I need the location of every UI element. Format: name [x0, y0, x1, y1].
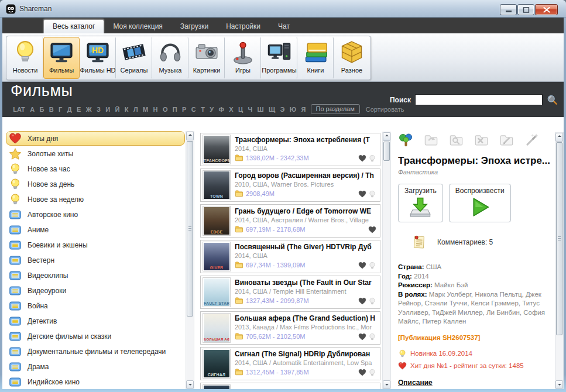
category-button[interactable]: Книги: [297, 37, 334, 79]
alphabet-letter[interactable]: Г: [56, 105, 65, 114]
category-button[interactable]: Картинки: [188, 37, 225, 79]
category-button[interactable]: Фильмы HD: [80, 37, 116, 79]
sidebar-item-label: Хиты дня: [28, 135, 58, 143]
close-button[interactable]: [535, 4, 558, 15]
scrollbar-thumb[interactable]: [556, 142, 562, 335]
movie-row[interactable]: ТРАНСФОРМЕРЫ Трансформеры: Эпоха истребл…: [200, 133, 380, 166]
category-button[interactable]: Игры: [225, 37, 261, 79]
alphabet-letter[interactable]: О: [160, 105, 170, 114]
movie-row[interactable]: СИГНАЛ Сигнал (The Signal) HDRip Дублиро…: [200, 347, 380, 380]
search-icon[interactable]: [547, 94, 558, 105]
sort-button[interactable]: Сортировать: [363, 105, 407, 114]
alphabet-letter[interactable]: И: [103, 105, 112, 114]
category-button[interactable]: Разное: [334, 37, 370, 79]
scrollbar-thumb[interactable]: [187, 141, 193, 317]
sidebar-item[interactable]: Вестерн: [6, 253, 185, 267]
tab[interactable]: Весь каталог: [43, 19, 104, 33]
alphabet-letter[interactable]: Е: [74, 105, 84, 114]
alphabet-letter[interactable]: Й: [112, 105, 122, 114]
comments-link[interactable]: Комментариев: 5: [411, 234, 551, 250]
alphabet-letter[interactable]: Ч: [245, 105, 255, 114]
movie-row[interactable]: TOWN Город воров (Расширенная версия) / …: [200, 169, 380, 202]
scroll-down-arrow[interactable]: [555, 380, 563, 389]
alphabet-letter[interactable]: Б: [37, 105, 46, 114]
sidebar-item[interactable]: Война: [6, 298, 185, 313]
details-action-icon[interactable]: [499, 132, 514, 148]
by-sections-button[interactable]: По разделам: [311, 104, 360, 114]
sidebar-item[interactable]: Новое за час: [6, 161, 185, 176]
search-input[interactable]: [415, 94, 543, 105]
tab[interactable]: Чат: [269, 20, 299, 33]
sidebar-item[interactable]: Боевики и экшены: [6, 238, 185, 252]
action-button[interactable]: Воспроизвести: [449, 184, 511, 222]
action-button[interactable]: Загрузить: [398, 184, 443, 222]
alphabet-letter[interactable]: Р: [180, 105, 189, 114]
alphabet-letter[interactable]: З: [94, 105, 103, 114]
alphabet-letter[interactable]: Ж: [83, 105, 94, 114]
alphabet-letter[interactable]: М: [140, 105, 151, 114]
sidebar-item[interactable]: Аниме: [6, 222, 185, 237]
movie-row[interactable]: БОЛЬШАЯ АФЕРА Большая афера (The Grand S…: [200, 311, 380, 345]
movie-row[interactable]: FAULT STARS Виноваты звезды (The Fault i…: [200, 276, 380, 309]
alphabet-letter[interactable]: Ш: [255, 105, 266, 114]
tab[interactable]: Моя коллекция: [104, 20, 171, 33]
scroll-up-arrow[interactable]: [555, 133, 563, 142]
sidebar-item[interactable]: Драма: [6, 359, 185, 374]
scroll-down-arrow[interactable]: [186, 380, 194, 389]
scroll-up-arrow[interactable]: [383, 132, 390, 141]
movie-row[interactable]: [200, 383, 380, 389]
category-button[interactable]: Сериалы: [116, 37, 152, 79]
maximize-button[interactable]: [517, 4, 534, 15]
alphabet-letter[interactable]: С: [189, 105, 198, 114]
alphabet-letter[interactable]: LAT: [11, 105, 28, 114]
sidebar-item[interactable]: Золотые хиты: [6, 146, 185, 161]
scroll-up-arrow[interactable]: [186, 132, 194, 140]
details-action-icon[interactable]: [448, 132, 464, 148]
alphabet-letter[interactable]: Л: [131, 105, 140, 114]
scroll-down-arrow[interactable]: [383, 380, 390, 389]
movie-row[interactable]: EDGE Грань будущего / Edge of Tomorrow W…: [200, 204, 380, 238]
alphabet-letter[interactable]: А: [28, 105, 37, 114]
alphabet-letter[interactable]: Ц: [236, 105, 245, 114]
alphabet-letter[interactable]: У: [207, 105, 216, 114]
details-scrollbar[interactable]: [555, 132, 564, 389]
category-button[interactable]: Новости: [7, 37, 43, 79]
details-action-icon[interactable]: [423, 132, 439, 148]
details-action-icon[interactable]: [524, 132, 540, 148]
alphabet-letter[interactable]: Э: [277, 105, 287, 114]
alphabet-letter[interactable]: Т: [198, 105, 207, 114]
sidebar-item[interactable]: Новое за день: [6, 177, 185, 191]
alphabet-letter[interactable]: Я: [299, 105, 308, 114]
sidebar-item[interactable]: Авторское кино: [6, 207, 185, 222]
alphabet-letter[interactable]: Д: [65, 105, 74, 114]
category-button[interactable]: Музыка: [152, 37, 188, 79]
movie-row[interactable]: GIVER Посвященный (The Giver) HDTVRip Ду…: [200, 240, 380, 273]
minimize-button[interactable]: [500, 4, 517, 15]
details-action-icon[interactable]: [398, 132, 414, 148]
alphabet-letter[interactable]: В: [47, 105, 56, 114]
alphabet-letter[interactable]: Щ: [266, 105, 278, 114]
sidebar-item[interactable]: Новое за неделю: [6, 192, 185, 207]
category-button[interactable]: Фильмы: [43, 37, 80, 79]
alphabet-letter[interactable]: К: [122, 105, 131, 114]
alphabet-letter[interactable]: Х: [227, 105, 236, 114]
alphabet-letter[interactable]: Н: [150, 105, 160, 114]
sidebar-scrollbar[interactable]: [186, 131, 194, 389]
tab[interactable]: Загрузки: [171, 20, 217, 33]
category-button[interactable]: Программы: [261, 37, 297, 79]
alphabet-letter[interactable]: П: [170, 105, 180, 114]
details-action-icon[interactable]: [474, 132, 489, 148]
alphabet-letter[interactable]: Ю: [287, 105, 299, 114]
sidebar-item[interactable]: Видеоуроки: [6, 283, 185, 298]
sidebar-item[interactable]: Хиты дня: [6, 131, 185, 146]
scrollbar-thumb[interactable]: [383, 142, 390, 161]
sidebar-item[interactable]: Видеоклипы: [6, 268, 185, 283]
sidebar-item[interactable]: Документальные фильмы и телепередачи: [6, 344, 185, 359]
sidebar-item[interactable]: Индийское кино: [6, 374, 185, 389]
movie-list-scrollbar[interactable]: [382, 132, 391, 389]
sidebar-item[interactable]: Детские фильмы и сказки: [6, 329, 185, 343]
sidebar-item[interactable]: Детектив: [6, 314, 185, 328]
title-bar[interactable]: Shareman: [0, 0, 566, 18]
alphabet-letter[interactable]: Ф: [216, 105, 227, 114]
tab[interactable]: Настройки: [217, 20, 269, 33]
